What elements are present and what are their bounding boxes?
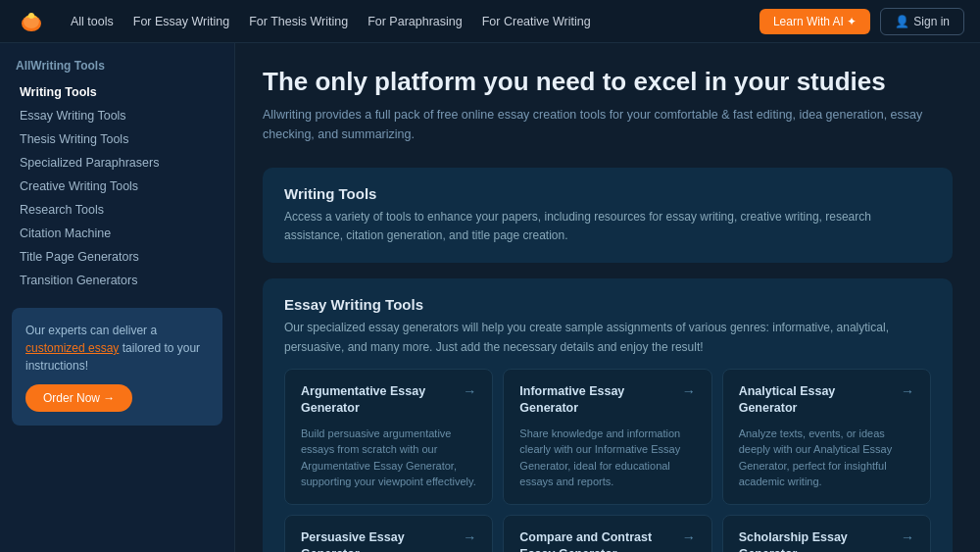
essay-writing-tools-title: Essay Writing Tools	[284, 296, 931, 313]
sidebar-promo: Our experts can deliver a customized ess…	[12, 308, 222, 426]
essay-tools-grid: Argumentative Essay Generator → Build pe…	[284, 369, 931, 552]
sidebar: AllWriting Tools Writing Tools Essay Wri…	[0, 43, 235, 552]
tool-card-header: Persuasive Essay Generator →	[301, 529, 476, 552]
sidebar-item-transition-generators[interactable]: Transition Generators	[12, 269, 222, 292]
informative-essay-title: Informative Essay Generator	[519, 383, 681, 418]
sidebar-item-thesis-writing-tools[interactable]: Thesis Writing Tools	[12, 127, 222, 151]
tool-card-header: Analytical Essay Generator →	[739, 383, 914, 418]
arrow-icon: →	[682, 529, 696, 545]
page-headline: The only platform you need to excel in y…	[263, 67, 953, 97]
main-layout: AllWriting Tools Writing Tools Essay Wri…	[0, 43, 980, 552]
writing-tools-card: Writing Tools Access a variety of tools …	[263, 168, 953, 263]
persuasive-essay-generator-card[interactable]: Persuasive Essay Generator → Create comp…	[284, 515, 493, 552]
tool-card-header: Scholarship Essay Generator →	[739, 529, 914, 552]
order-now-button[interactable]: Order Now →	[25, 384, 132, 412]
logo[interactable]	[16, 6, 47, 37]
content-area: The only platform you need to excel in y…	[235, 43, 980, 552]
arrow-icon: →	[682, 383, 696, 399]
tool-card-header: Informative Essay Generator →	[519, 383, 695, 418]
sidebar-item-creative-writing-tools[interactable]: Creative Writing Tools	[12, 175, 222, 198]
arrow-icon: →	[463, 383, 476, 399]
page-subtitle: Allwriting provides a full pack of free …	[263, 105, 953, 144]
learn-with-ai-button[interactable]: Learn With AI ✦	[760, 9, 870, 34]
sidebar-item-citation-machine[interactable]: Citation Machine	[12, 222, 222, 245]
sidebar-item-essay-writing-tools[interactable]: Essay Writing Tools	[12, 104, 222, 127]
sidebar-section-title: AllWriting Tools	[12, 59, 222, 73]
argumentative-essay-title: Argumentative Essay Generator	[301, 383, 463, 418]
writing-tools-desc: Access a variety of tools to enhance you…	[284, 208, 931, 245]
arrow-icon: →	[901, 529, 914, 545]
sidebar-item-writing-tools[interactable]: Writing Tools	[12, 80, 222, 104]
svg-point-2	[28, 13, 34, 19]
essay-writing-tools-desc: Our specialized essay generators will he…	[284, 319, 931, 356]
nav-paraphrasing[interactable]: For Paraphrasing	[368, 15, 463, 28]
navbar: All tools For Essay Writing For Thesis W…	[0, 0, 980, 43]
navbar-links: All tools For Essay Writing For Thesis W…	[71, 15, 760, 28]
persuasive-essay-title: Persuasive Essay Generator	[301, 529, 463, 552]
analytical-essay-generator-card[interactable]: Analytical Essay Generator → Analyze tex…	[722, 369, 931, 505]
sidebar-item-research-tools[interactable]: Research Tools	[12, 198, 222, 222]
tool-card-header: Argumentative Essay Generator →	[301, 383, 476, 418]
argumentative-essay-desc: Build persuasive argumentative essays fr…	[301, 426, 476, 490]
compare-contrast-essay-generator-card[interactable]: Compare and Contrast Essay Generator → C…	[503, 515, 711, 552]
navbar-actions: Learn With AI ✦ 👤 Sign in	[760, 8, 964, 35]
signin-label: Sign in	[913, 15, 950, 28]
essay-writing-tools-card: Essay Writing Tools Our specialized essa…	[263, 278, 953, 552]
scholarship-essay-generator-card[interactable]: Scholarship Essay Generator → Save time …	[722, 515, 931, 552]
sidebar-item-specialized-paraphrasers[interactable]: Specialized Paraphrasers	[12, 151, 222, 175]
analytical-essay-title: Analytical Essay Generator	[739, 383, 901, 418]
nav-essay-writing[interactable]: For Essay Writing	[133, 15, 229, 28]
nav-creative-writing[interactable]: For Creative Writing	[482, 15, 591, 28]
nav-all-tools[interactable]: All tools	[71, 15, 114, 28]
scholarship-essay-title: Scholarship Essay Generator	[739, 529, 901, 552]
promo-link[interactable]: customized essay	[25, 341, 119, 355]
arrow-icon: →	[901, 383, 914, 399]
signin-button[interactable]: 👤 Sign in	[880, 8, 964, 35]
informative-essay-desc: Share knowledge and information clearly …	[519, 426, 695, 490]
argumentative-essay-generator-card[interactable]: Argumentative Essay Generator → Build pe…	[284, 369, 493, 505]
promo-text-1: Our experts can deliver a	[25, 324, 157, 337]
sidebar-item-title-page-generators[interactable]: Title Page Generators	[12, 245, 222, 269]
arrow-icon: →	[463, 529, 476, 545]
informative-essay-generator-card[interactable]: Informative Essay Generator → Share know…	[503, 369, 711, 505]
nav-thesis-writing[interactable]: For Thesis Writing	[249, 15, 348, 28]
analytical-essay-desc: Analyze texts, events, or ideas deeply w…	[739, 426, 914, 490]
compare-contrast-essay-title: Compare and Contrast Essay Generator	[519, 529, 681, 552]
tool-card-header: Compare and Contrast Essay Generator →	[519, 529, 695, 552]
writing-tools-title: Writing Tools	[284, 185, 931, 202]
user-icon: 👤	[895, 15, 909, 28]
